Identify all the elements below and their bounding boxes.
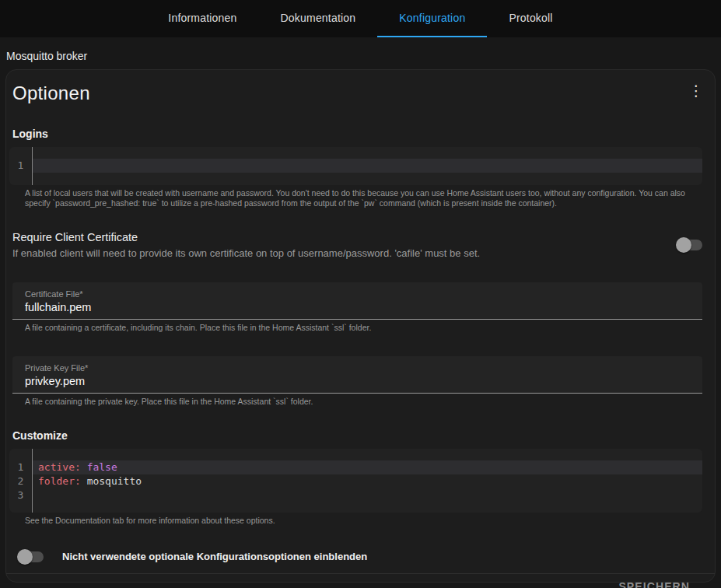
customize-label: Customize — [12, 429, 702, 442]
customize-editor-gutter: 1 2 3 — [9, 449, 33, 513]
show-unused-options-row: Nicht verwendete optionale Konfiguration… — [17, 551, 702, 562]
private-key-file-field[interactable]: Private Key File* privkey.pem — [12, 356, 702, 394]
private-key-file-value[interactable]: privkey.pem — [25, 375, 690, 387]
code-line[interactable] — [33, 159, 702, 173]
logins-editor[interactable]: 1 — [9, 147, 702, 185]
overflow-menu-icon[interactable]: ⋮ — [687, 82, 705, 100]
tab-informationen[interactable]: Informationen — [146, 0, 258, 37]
tab-dokumentation[interactable]: Dokumentation — [259, 0, 378, 37]
require-client-certificate-row: Require Client Certificate If enabled cl… — [12, 231, 702, 259]
require-client-certificate-description: If enabled client will need to provide i… — [12, 247, 676, 259]
card-header: Optionen ⋮ — [6, 70, 715, 104]
line-number: 2 — [9, 474, 32, 488]
options-card: Optionen ⋮ Logins 1 A list of local user… — [5, 69, 716, 583]
certificate-file-helper: A file containing a certificate, includi… — [25, 323, 702, 333]
line-number: 3 — [9, 488, 32, 502]
code-line[interactable]: folder: mosquitto — [33, 474, 702, 488]
logins-editor-content[interactable] — [33, 147, 702, 185]
require-client-certificate-title: Require Client Certificate — [12, 231, 676, 243]
private-key-file-helper: A file containing the private key. Place… — [25, 397, 702, 407]
show-unused-options-toggle[interactable] — [17, 551, 44, 562]
private-key-file-label: Private Key File* — [25, 363, 690, 373]
tab-protokoll[interactable]: Protokoll — [487, 0, 574, 37]
tab-konfiguration[interactable]: Konfiguration — [377, 0, 487, 37]
customize-helper-text: See the Documentation tab for more infor… — [25, 516, 702, 526]
show-unused-options-label: Nicht verwendete optionale Konfiguration… — [62, 551, 367, 562]
card-footer: SPEICHERN — [6, 573, 715, 588]
certificate-file-value[interactable]: fullchain.pem — [25, 301, 690, 313]
addon-name: Mosquitto broker — [0, 37, 721, 69]
customize-editor[interactable]: 1 2 3 active: false folder: mosquitto — [9, 449, 702, 513]
addon-tabbar: Informationen Dokumentation Konfiguratio… — [0, 0, 721, 37]
logins-helper-text: A list of local users that will be creat… — [25, 188, 702, 209]
code-line[interactable] — [33, 488, 702, 502]
card-title: Optionen — [12, 82, 90, 104]
code-line[interactable]: active: false — [33, 460, 702, 474]
certificate-file-label: Certificate File* — [25, 289, 690, 299]
require-client-certificate-toggle[interactable] — [676, 240, 702, 250]
card-body: Logins 1 A list of local users that will… — [6, 104, 715, 562]
certificate-file-field[interactable]: Certificate File* fullchain.pem — [12, 282, 702, 320]
logins-label: Logins — [12, 128, 702, 140]
require-client-certificate-texts: Require Client Certificate If enabled cl… — [12, 231, 676, 259]
logins-editor-gutter: 1 — [9, 147, 33, 185]
line-number: 1 — [9, 159, 32, 173]
toggle-thumb — [676, 237, 691, 253]
toggle-thumb — [17, 549, 33, 565]
customize-editor-content[interactable]: active: false folder: mosquitto — [33, 449, 702, 513]
line-number: 1 — [9, 460, 32, 474]
save-button[interactable]: SPEICHERN — [612, 574, 696, 588]
